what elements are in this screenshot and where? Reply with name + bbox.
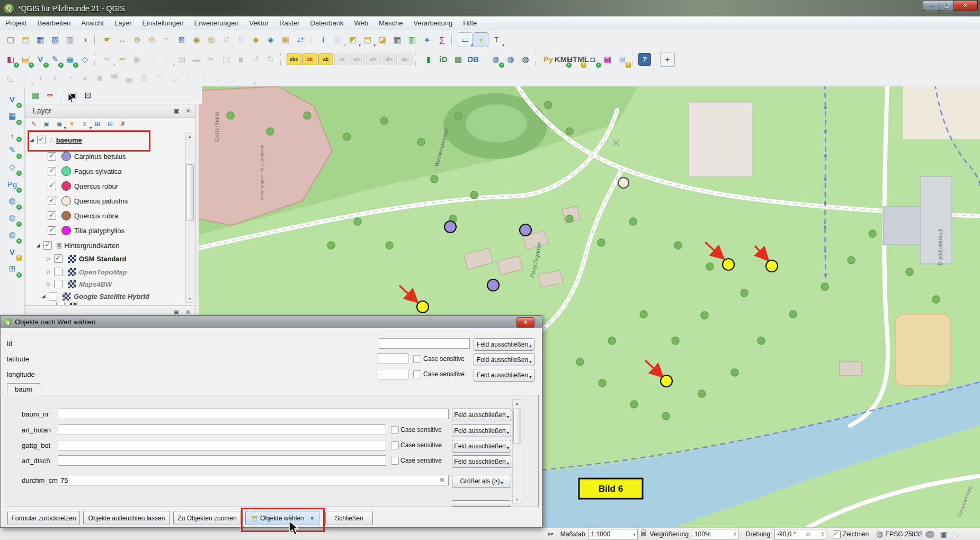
- menu-projekt[interactable]: Projekt: [0, 16, 32, 30]
- raster-tools-icon[interactable]: ▩: [451, 52, 465, 66]
- zoom-next-icon[interactable]: ↻: [234, 33, 248, 47]
- maximize-button[interactable]: ▢: [939, 0, 955, 11]
- web-search-icon[interactable]: ◍: [504, 52, 518, 66]
- exclude-field-button-latitude[interactable]: Feld ausschließen▾: [474, 353, 534, 366]
- dialog-scrollbar[interactable]: ▴ ▾: [512, 399, 522, 503]
- layer-labeling-icon[interactable]: abc: [287, 54, 301, 65]
- layer-item-quercus-palustris[interactable]: Quercus palustris: [25, 194, 184, 208]
- plugin-area-select-icon[interactable]: ⊡: [81, 88, 95, 102]
- pin-labels-icon[interactable]: ab: [318, 54, 333, 65]
- case-sensitive-checkbox[interactable]: [391, 457, 399, 465]
- map-tips-icon[interactable]: ◖: [474, 32, 488, 47]
- new-geopackage-icon[interactable]: ▤: [19, 52, 32, 66]
- save-project-icon[interactable]: ▦: [33, 33, 47, 47]
- data-source-manager-icon[interactable]: ◧: [4, 52, 17, 66]
- expander-icon[interactable]: ◢: [29, 137, 35, 143]
- open-project-icon[interactable]: ▤: [19, 33, 32, 47]
- dialog-titlebar[interactable]: Q Objekte nach Wert wählen ✕: [1, 316, 542, 328]
- html-tools-icon[interactable]: HTML: [571, 52, 585, 66]
- layer-checkbox[interactable]: [37, 136, 46, 144]
- pan-map-icon[interactable]: ☛: [101, 33, 114, 47]
- crs-label[interactable]: EPSG:25832: [885, 530, 922, 538]
- zoom-last-icon[interactable]: ↺: [219, 33, 233, 47]
- flash-features-button[interactable]: Objekte aufleuchten lassen: [83, 511, 170, 525]
- menu-bearbeiten[interactable]: Bearbeiten: [32, 16, 76, 30]
- layer-styling-icon[interactable]: ✎: [28, 119, 40, 129]
- offset-curve-icon[interactable]: ◠: [152, 71, 166, 85]
- menu-raster[interactable]: Raster: [274, 16, 305, 30]
- dock-add-raster-icon[interactable]: ▦: [4, 109, 20, 123]
- zoom-to-layer-icon[interactable]: ◎: [204, 33, 218, 47]
- add-record-icon[interactable]: ∵: [145, 52, 159, 66]
- id-input[interactable]: [379, 338, 470, 349]
- reshape-features-icon[interactable]: ◡: [167, 71, 181, 85]
- move-feature-icon[interactable]: ∴: [19, 71, 32, 85]
- magnifier-spinbox[interactable]: 100% ▴▾: [692, 529, 738, 539]
- web-download-icon[interactable]: ◍: [489, 52, 503, 66]
- render-checkbox[interactable]: [833, 530, 841, 538]
- news-icon[interactable]: ▣: [940, 530, 947, 538]
- exclude-field-button-id[interactable]: Feld ausschließen▾: [474, 338, 534, 351]
- point-selected-yellow[interactable]: [417, 301, 429, 313]
- cut-features-icon[interactable]: ✂: [204, 52, 218, 66]
- scroll-down-icon[interactable]: ▾: [186, 295, 193, 302]
- modify-attributes-icon[interactable]: ▨: [175, 52, 189, 66]
- layer-item-osm-standard[interactable]: ▷ OSM Standard: [25, 252, 184, 265]
- dock-add-wms-icon[interactable]: ◍: [4, 193, 20, 208]
- resize-grip[interactable]: ⋱: [952, 530, 959, 538]
- toggle-editing-icon[interactable]: ✏: [115, 52, 129, 66]
- point-quercus-palustris[interactable]: [618, 178, 629, 188]
- minimize-button[interactable]: —: [923, 0, 940, 11]
- menu-hilfe[interactable]: Hilfe: [458, 16, 482, 30]
- new-project-icon[interactable]: ▢: [4, 33, 17, 47]
- delete-ring-icon[interactable]: ◛: [122, 71, 136, 85]
- statistics-icon[interactable]: ▥: [405, 33, 419, 47]
- menu-ansicht[interactable]: Ansicht: [76, 16, 109, 30]
- new-grid-icon[interactable]: ▦: [63, 52, 77, 66]
- dock-add-spatialite-icon[interactable]: ✎: [4, 143, 20, 157]
- paste-features-icon[interactable]: ▣: [234, 52, 248, 66]
- text-annotation-icon[interactable]: T: [489, 33, 503, 47]
- add-group-icon[interactable]: ▣: [41, 119, 52, 129]
- spin-down-icon[interactable]: ▾: [734, 534, 736, 537]
- delete-part-icon[interactable]: ◘: [137, 71, 151, 85]
- panel-float-icon[interactable]: ▣: [172, 308, 181, 316]
- exclude-field-button-baum-nr[interactable]: Feld ausschließen▾: [452, 409, 511, 421]
- dock-add-vectorbox-icon[interactable]: ◇: [4, 160, 20, 174]
- panel-close-icon[interactable]: ✕: [184, 308, 192, 316]
- exclude-field-button-gattg-bot[interactable]: Feld ausschließen▾: [452, 440, 511, 453]
- filter-legend-icon[interactable]: ▼: [66, 119, 78, 129]
- dock-add-wfs-icon[interactable]: ◍: [4, 227, 20, 242]
- vertex-tool-icon[interactable]: ∴: [160, 52, 174, 66]
- select-dropdown-icon[interactable]: ▾: [308, 516, 314, 521]
- plugin-manager-icon[interactable]: ◘: [586, 52, 600, 66]
- color-grid-icon[interactable]: ▦: [601, 52, 614, 66]
- point-selected-yellow[interactable]: [723, 259, 734, 270]
- zoom-to-features-button[interactable]: Zu Objekten zoomen: [173, 511, 241, 525]
- merge-features-icon[interactable]: ◞: [211, 71, 225, 85]
- scroll-thumb[interactable]: [513, 409, 521, 444]
- manage-themes-icon[interactable]: ◉: [54, 119, 65, 129]
- layer-checkbox[interactable]: [48, 182, 56, 190]
- expander-icon[interactable]: ▷: [46, 256, 52, 261]
- layer-item-quercus-rubra[interactable]: Quercus rubra: [25, 209, 184, 223]
- panel-float-icon[interactable]: ▣: [172, 107, 181, 114]
- expander-icon[interactable]: ◢: [40, 294, 47, 299]
- menu-web[interactable]: Web: [349, 16, 373, 30]
- highlight-labels-icon[interactable]: ab: [334, 54, 349, 65]
- add-ring-icon[interactable]: ◕: [78, 71, 92, 85]
- split-parts-icon[interactable]: ◝: [197, 71, 210, 85]
- pan-to-selection-icon[interactable]: ↔: [115, 33, 129, 47]
- rotation-spinbox[interactable]: -90,0 ° ⊗ ▴▾: [774, 529, 826, 539]
- copy-move-feature-icon[interactable]: ◖: [33, 71, 47, 85]
- select-features-button[interactable]: ▤ Objekte wählen ▾: [245, 511, 319, 525]
- menu-verarbeitung[interactable]: Verarbeitung: [408, 16, 458, 30]
- collapse-all-icon[interactable]: ⊟: [104, 119, 116, 129]
- rotate-label-icon[interactable]: abc: [366, 54, 381, 65]
- scroll-thumb[interactable]: [186, 164, 194, 221]
- refresh-map-icon[interactable]: ⇄: [293, 33, 307, 47]
- edits-status-icon[interactable]: ✂: [548, 530, 554, 538]
- spin-down-icon[interactable]: ▾: [822, 534, 824, 537]
- new-spatialite-icon[interactable]: ✎: [48, 52, 62, 66]
- sum-features-icon[interactable]: ∑: [435, 33, 449, 47]
